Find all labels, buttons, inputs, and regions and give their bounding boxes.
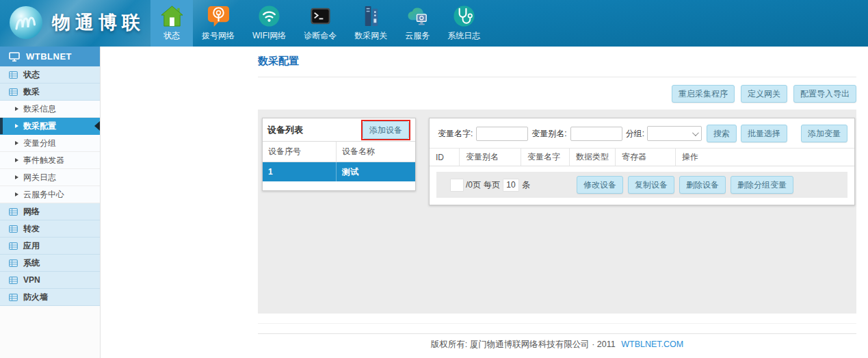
sidebar-item-application[interactable]: 应用 xyxy=(0,238,100,255)
device-panel-header: 设备列表 添加设备 xyxy=(263,118,415,142)
config-import-export-button[interactable]: 配置导入导出 xyxy=(793,85,856,103)
variable-alias-input[interactable] xyxy=(570,127,622,141)
sidebar-item-gateway-log[interactable]: 网关日志 xyxy=(0,169,100,186)
sidebar-item-label: 应用 xyxy=(23,240,40,252)
arrow-right-icon xyxy=(15,141,18,145)
sidebar-item-variable-group[interactable]: 变量分组 xyxy=(0,135,100,152)
nav-item-diagnostic-command[interactable]: 诊断命令 xyxy=(295,0,345,47)
sidebar-item-firewall[interactable]: 防火墙 xyxy=(0,289,100,306)
dial-network-icon xyxy=(207,4,231,28)
nav-label: 诊断命令 xyxy=(304,30,337,42)
sidebar-item-event-trigger[interactable]: 事件触发器 xyxy=(0,152,100,169)
device-list-title: 设备列表 xyxy=(267,124,303,136)
device-name-cell: 测试 xyxy=(336,162,415,181)
delete-group-variable-button[interactable]: 删除分组变量 xyxy=(731,176,793,194)
device-list-panel: 设备列表 添加设备 设备序号 设备名称 1 测试 xyxy=(262,118,416,191)
nav-item-cloud-service[interactable]: 云服务 xyxy=(396,0,438,47)
arrow-right-icon xyxy=(15,107,18,111)
column-id: ID xyxy=(430,149,459,166)
selected-arrow-marker xyxy=(94,121,100,131)
brand-name: 物通博联 xyxy=(52,10,145,35)
title-divider xyxy=(258,77,856,77)
page-number-input[interactable] xyxy=(450,179,464,192)
top-bar: 物通博联 状态 拨号网络 xyxy=(0,0,868,47)
grid-icon xyxy=(9,225,18,233)
variable-name-label: 变量名字: xyxy=(438,128,473,140)
nav-item-wifi-network[interactable]: WIFI网络 xyxy=(244,0,295,47)
chevron-down-icon xyxy=(692,129,699,136)
per-page-label: 每页 xyxy=(484,179,500,191)
sidebar-item-label: 防火墙 xyxy=(23,292,48,303)
sidebar-item-status[interactable]: 状态 xyxy=(0,66,100,84)
nav-label: 数采网关 xyxy=(354,30,387,42)
sidebar-header: WTBLNET xyxy=(0,47,100,66)
sidebar-item-label: 事件触发器 xyxy=(23,155,64,166)
sidebar-item-label: 云服务中心 xyxy=(23,189,64,201)
home-icon xyxy=(160,4,184,28)
sidebar-item-data-config[interactable]: 数采配置 xyxy=(0,118,100,135)
annotation-highlight-box: 添加设备 xyxy=(361,120,410,140)
column-register: 寄存器 xyxy=(615,149,675,166)
nav-item-system-log[interactable]: 系统日志 xyxy=(438,0,489,47)
sidebar-item-label: 状态 xyxy=(23,69,40,81)
copy-device-button[interactable]: 复制设备 xyxy=(628,176,674,194)
page-title: 数采配置 xyxy=(258,55,858,67)
restart-collector-button[interactable]: 重启采集程序 xyxy=(672,85,735,103)
monitor-icon xyxy=(9,52,20,62)
page-count-text: /0页 xyxy=(466,179,481,191)
brand-logo: 物通博联 xyxy=(8,5,145,40)
sidebar-item-cloud-center[interactable]: 云服务中心 xyxy=(0,186,100,203)
pagination-bar: /0页 每页 条 修改设备 复制设备 删除设备 删除分组变量 xyxy=(436,172,847,198)
column-data-type: 数据类型 xyxy=(569,149,615,166)
add-variable-button[interactable]: 添加变量 xyxy=(801,125,847,142)
nav-label: WIFI网络 xyxy=(252,30,286,42)
sidebar-item-data-info[interactable]: 数采信息 xyxy=(0,101,100,118)
nav-label: 云服务 xyxy=(405,30,430,42)
footer-divider xyxy=(258,333,856,334)
grid-icon xyxy=(9,88,18,96)
define-gateway-button[interactable]: 定义网关 xyxy=(741,85,787,103)
sidebar-item-label: 数采 xyxy=(23,86,40,98)
sidebar-item-label: 变量分组 xyxy=(23,138,56,149)
group-select[interactable] xyxy=(647,126,702,141)
sidebar: WTBLNET 状态 数采 数采信息 数采配置 变量分组 事件触发器 网关日志 … xyxy=(0,47,101,358)
column-alias: 变量别名 xyxy=(459,149,521,166)
sidebar-item-label: 数采信息 xyxy=(23,103,56,115)
batch-select-button[interactable]: 批量选择 xyxy=(741,125,787,142)
search-button[interactable]: 搜索 xyxy=(707,125,737,142)
variable-table-header: ID 变量别名 变量名字 数据类型 寄存器 操作 xyxy=(430,148,854,166)
variable-filter-row: 变量名字: 变量别名: 分组: 搜索 批量选择 添加变量 xyxy=(430,118,854,148)
sidebar-item-label: 网络 xyxy=(23,206,40,218)
variable-alias-label: 变量别名: xyxy=(531,128,566,140)
logo-sphere-icon xyxy=(8,5,44,40)
device-row[interactable]: 1 测试 xyxy=(263,162,415,181)
device-table-header: 设备序号 设备名称 xyxy=(263,142,415,162)
grid-icon xyxy=(9,259,18,267)
nav-label: 系统日志 xyxy=(447,30,480,42)
sidebar-item-label: 系统 xyxy=(23,257,40,269)
sidebar-item-data-collection[interactable]: 数采 xyxy=(0,84,100,101)
sidebar-item-system[interactable]: 系统 xyxy=(0,255,100,272)
per-page-input[interactable] xyxy=(503,179,519,192)
nav-label: 拨号网络 xyxy=(202,30,235,42)
sidebar-item-vpn[interactable]: VPN xyxy=(0,272,100,289)
sidebar-item-label: 网关日志 xyxy=(23,172,56,183)
nav-item-status[interactable]: 状态 xyxy=(150,0,193,47)
device-name-column: 设备名称 xyxy=(336,142,415,162)
variable-name-input[interactable] xyxy=(476,127,528,141)
nav-item-data-gateway[interactable]: 数采网关 xyxy=(345,0,396,47)
modify-device-button[interactable]: 修改设备 xyxy=(577,176,623,194)
selected-edge-bar xyxy=(0,118,3,134)
add-device-button[interactable]: 添加设备 xyxy=(363,121,409,139)
sidebar-item-network[interactable]: 网络 xyxy=(0,203,100,220)
content-workspace: 设备列表 添加设备 设备序号 设备名称 1 测试 变量名字: 变量别名: xyxy=(258,110,856,314)
copyright-text: 版权所有: 厦门物通博联网络科技有限公司 xyxy=(431,340,590,349)
grid-icon xyxy=(9,294,18,301)
nav-item-dial-network[interactable]: 拨号网络 xyxy=(193,0,244,47)
top-navigation: 状态 拨号网络 WIFI网络 xyxy=(150,0,489,47)
wtblnet-link[interactable]: WTBLNET.COM xyxy=(621,340,683,349)
sidebar-item-forwarding[interactable]: 转发 xyxy=(0,220,100,238)
grid-icon xyxy=(9,277,18,284)
footer-divider-light xyxy=(258,323,856,324)
delete-device-button[interactable]: 删除设备 xyxy=(679,176,726,194)
